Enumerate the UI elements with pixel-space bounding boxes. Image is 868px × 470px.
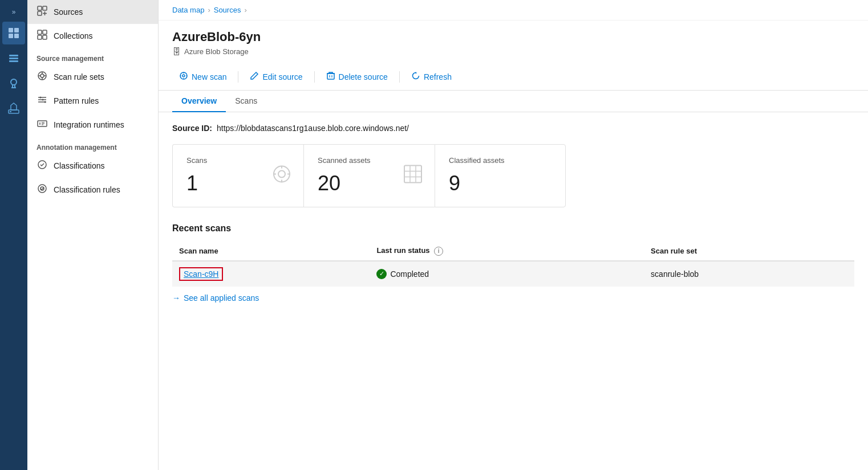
svg-point-40 [278, 170, 285, 177]
sidebar-item-pattern-rules[interactable]: Pattern rules [27, 89, 158, 113]
breadcrumb-sep-1: › [208, 6, 210, 14]
new-scan-icon [179, 71, 188, 82]
annotation-management-header: Annotation management [27, 137, 158, 154]
sidebar-sources-label: Sources [54, 7, 83, 17]
last-run-status-cell: ✓ Completed [370, 261, 644, 287]
insights-rail-icon[interactable] [2, 72, 25, 95]
classified-assets-card-value: 9 [449, 171, 551, 195]
svg-rect-16 [43, 35, 47, 39]
svg-rect-2 [9, 34, 13, 38]
svg-rect-14 [43, 30, 47, 34]
svg-rect-35 [327, 73, 334, 79]
recent-scans-section: Recent scans Scan name Last run status i… [172, 223, 854, 303]
sidebar-item-classification-rules[interactable]: Classification rules [27, 178, 158, 202]
scanned-assets-card-icon [403, 164, 423, 188]
scans-card-icon [271, 164, 292, 188]
svg-rect-5 [9, 58, 18, 59]
svg-point-23 [42, 99, 44, 101]
catalog-rail-icon[interactable] [2, 47, 25, 70]
breadcrumb-sep-2: › [244, 6, 246, 14]
last-run-status-info-icon[interactable]: i [434, 247, 443, 256]
svg-rect-4 [9, 55, 18, 56]
svg-point-34 [182, 75, 185, 77]
tab-scans[interactable]: Scans [226, 91, 266, 112]
see-all-scans-link[interactable]: → See all applied scans [172, 293, 854, 303]
refresh-button[interactable]: Refresh [404, 68, 459, 85]
svg-rect-12 [38, 11, 42, 15]
status-badge: ✓ Completed [376, 269, 637, 279]
table-row: Scan-c9H ✓ Completed scanrule-blob [172, 261, 854, 287]
tab-overview[interactable]: Overview [172, 91, 226, 112]
breadcrumb-sources[interactable]: Sources [214, 6, 241, 14]
data-map-rail-icon[interactable] [2, 22, 25, 44]
svg-rect-10 [38, 6, 42, 10]
last-run-status-header: Last run status i [370, 242, 644, 261]
svg-point-22 [40, 97, 42, 99]
delete-source-icon [326, 71, 335, 82]
storage-type-icon: 🗄 [172, 47, 181, 56]
sidebar-collections-label: Collections [54, 31, 92, 40]
scan-name-header: Scan name [172, 242, 370, 261]
toolbar-sep-1 [238, 71, 238, 83]
source-id-label: Source ID: [172, 124, 212, 133]
toolbar-sep-3 [399, 71, 400, 83]
page-header: AzureBlob-6yn 🗄 Azure Blob Storage [159, 21, 868, 63]
integration-runtimes-icon [36, 118, 48, 131]
edit-source-label: Edit source [262, 72, 302, 81]
storage-type-label: Azure Blob Storage [184, 47, 249, 56]
classified-assets-stat-card: Classified assets 9 [435, 144, 566, 207]
scan-rule-set-cell: scanrule-blob [644, 261, 854, 287]
edit-source-icon [250, 71, 259, 82]
sidebar-item-classifications[interactable]: Classifications [27, 154, 158, 178]
sidebar-item-collections[interactable]: Collections [27, 24, 158, 48]
scans-stat-card: Scans 1 [172, 144, 303, 207]
svg-point-39 [274, 166, 290, 182]
svg-rect-3 [14, 34, 19, 38]
new-scan-label: New scan [192, 72, 226, 81]
expand-icon[interactable]: » [9, 5, 19, 19]
content-area: Source ID: https://blobdatascans1rg1ause… [159, 112, 868, 470]
scanned-assets-stat-card: Scanned assets 20 [303, 144, 435, 207]
sources-icon [36, 6, 48, 18]
breadcrumb: Data map › Sources › [159, 0, 868, 21]
status-completed-icon: ✓ [376, 269, 387, 279]
svg-point-7 [11, 79, 17, 85]
classified-assets-card-label: Classified assets [449, 156, 551, 165]
tabs: Overview Scans [159, 91, 868, 112]
new-scan-button[interactable]: New scan [172, 68, 233, 85]
pattern-rules-label: Pattern rules [54, 96, 99, 105]
svg-rect-41 [404, 165, 421, 182]
scan-rule-sets-icon [36, 71, 48, 83]
main-content: Data map › Sources › AzureBlob-6yn 🗄 Azu… [159, 0, 868, 470]
source-id-row: Source ID: https://blobdatascans1rg1ause… [172, 124, 854, 133]
classifications-label: Classifications [54, 161, 104, 170]
svg-point-18 [40, 74, 44, 77]
delete-source-label: Delete source [339, 72, 388, 81]
refresh-icon [411, 71, 420, 82]
sidebar-item-integration-runtimes[interactable]: Integration runtimes [27, 113, 158, 137]
recent-scans-title: Recent scans [172, 223, 854, 234]
breadcrumb-data-map[interactable]: Data map [172, 6, 204, 14]
svg-rect-13 [38, 30, 42, 34]
refresh-label: Refresh [424, 72, 452, 81]
edit-source-button[interactable]: Edit source [243, 68, 309, 85]
svg-rect-6 [9, 60, 18, 62]
status-label: Completed [390, 269, 429, 279]
sidebar-item-scan-rule-sets[interactable]: Scan rule sets [27, 65, 158, 89]
page-subtitle: 🗄 Azure Blob Storage [172, 47, 854, 56]
classification-rules-label: Classification rules [54, 185, 120, 194]
delete-source-button[interactable]: Delete source [319, 68, 395, 85]
sidebar-item-sources[interactable]: Sources [27, 0, 158, 24]
classifications-icon [36, 160, 48, 172]
management-rail-icon[interactable] [2, 97, 25, 120]
stats-cards: Scans 1 Scanned assets 20 [172, 144, 854, 207]
scan-name-cell: Scan-c9H [172, 261, 370, 287]
source-management-header: Source management [27, 48, 158, 65]
see-all-arrow: → [172, 293, 180, 303]
toolbar-sep-2 [314, 71, 315, 83]
scans-table: Scan name Last run status i Scan rule se… [172, 242, 854, 287]
page-title: AzureBlob-6yn [172, 30, 854, 44]
svg-rect-1 [14, 28, 19, 32]
scan-name-link[interactable]: Scan-c9H [179, 267, 223, 281]
svg-point-24 [44, 101, 46, 103]
